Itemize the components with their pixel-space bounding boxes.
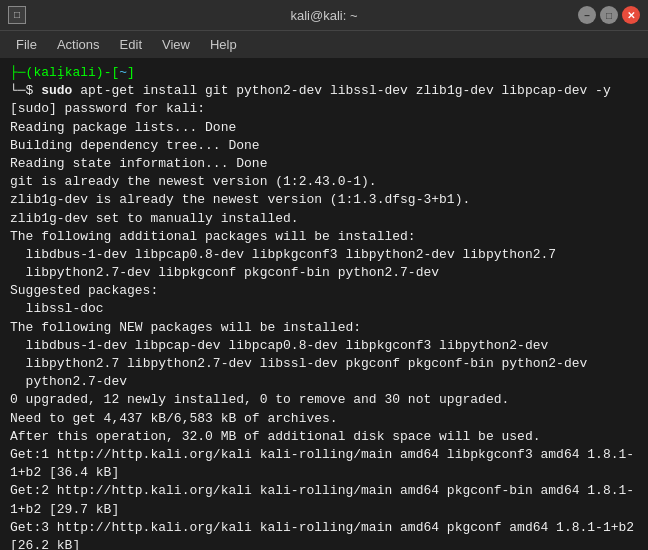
terminal-window: □ kali@kali: ~ – □ ✕ File Actions Edit V… [0,0,648,550]
output-line-10: Suggested packages: [10,282,638,300]
title-bar-left: □ [8,6,34,24]
output-line-20: Get:2 http://http.kali.org/kali kali-rol… [10,482,638,518]
prompt-user: ├─(kali̧kali)-[~] [10,65,135,80]
minimize-button[interactable]: – [578,6,596,24]
prompt-path: ~ [119,65,127,80]
cmd-text: apt-get install git python2-dev libssl-d… [72,83,610,98]
menu-help[interactable]: Help [200,35,247,54]
menu-view[interactable]: View [152,35,200,54]
sudo-cmd: sudo [41,83,72,98]
output-line-14: libpython2.7 libpython2.7-dev libssl-dev… [10,355,638,373]
menu-file[interactable]: File [6,35,47,54]
menu-edit[interactable]: Edit [110,35,152,54]
output-line-8: libdbus-1-dev libpcap0.8-dev libpkgconf3… [10,246,638,264]
menu-bar: File Actions Edit View Help [0,30,648,58]
menu-actions[interactable]: Actions [47,35,110,54]
prompt-line: ├─(kali̧kali)-[~] [10,64,638,82]
output-line-2: Building dependency tree... Done [10,137,638,155]
window-controls: – □ ✕ [578,6,640,24]
command-line: └─$ sudo apt-get install git python2-dev… [10,82,638,100]
output-line-3: Reading state information... Done [10,155,638,173]
output-line-13: libdbus-1-dev libpcap-dev libpcap0.8-dev… [10,337,638,355]
output-line-5: zlib1g-dev is already the newest version… [10,191,638,209]
terminal-content[interactable]: ├─(kali̧kali)-[~] └─$ sudo apt-get insta… [0,58,648,550]
output-line-21: Get:3 http://http.kali.org/kali kali-rol… [10,519,638,550]
maximize-button[interactable]: □ [600,6,618,24]
output-line-4: git is already the newest version (1:2.4… [10,173,638,191]
output-line-12: The following NEW packages will be insta… [10,319,638,337]
window-icon: □ [8,6,26,24]
window-title: kali@kali: ~ [290,8,357,23]
output-line-11: libssl-doc [10,300,638,318]
output-line-18: After this operation, 32.0 MB of additio… [10,428,638,446]
prompt-symbol: └─$ [10,83,41,98]
output-line-7: The following additional packages will b… [10,228,638,246]
output-line-17: Need to get 4,437 kB/6,583 kB of archive… [10,410,638,428]
output-line-16: 0 upgraded, 12 newly installed, 0 to rem… [10,391,638,409]
output-line-19: Get:1 http://http.kali.org/kali kali-rol… [10,446,638,482]
output-line-9: libpython2.7-dev libpkgconf pkgconf-bin … [10,264,638,282]
close-button[interactable]: ✕ [622,6,640,24]
output-line-1: Reading package lists... Done [10,119,638,137]
output-line-0: [sudo] password for kali: [10,100,638,118]
output-line-15: python2.7-dev [10,373,638,391]
title-bar: □ kali@kali: ~ – □ ✕ [0,0,648,30]
output-line-6: zlib1g-dev set to manually installed. [10,210,638,228]
